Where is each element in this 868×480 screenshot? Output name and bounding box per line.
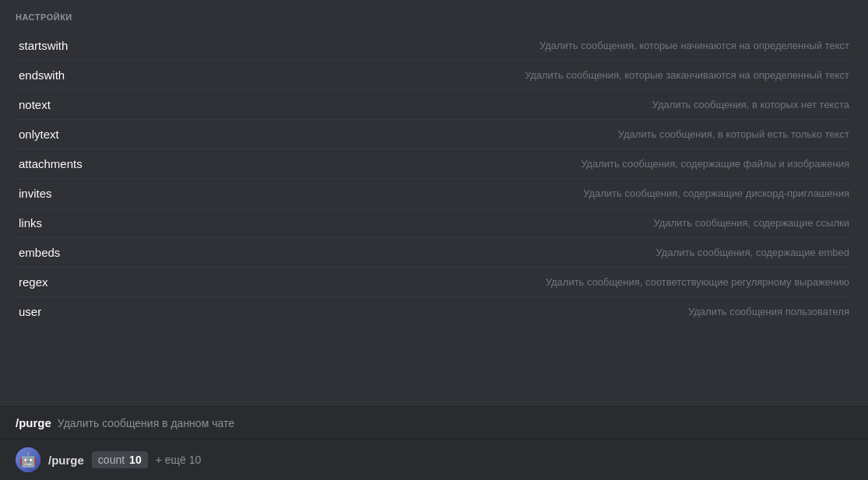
param-badge: count 10 [92, 451, 148, 468]
avatar-image: 🤖 [16, 447, 40, 472]
section-label: НАСТРОЙКИ [16, 12, 852, 22]
purge-command-label: /purge [16, 416, 51, 429]
command-description: Удалить сообщения, содержащие embed [656, 247, 849, 258]
command-description: Удалить сообщения пользователя [688, 306, 849, 317]
more-params-label: + ещё 10 [156, 454, 202, 466]
command-list: startswithУдалить сообщения, которые нач… [16, 31, 852, 326]
purge-description: Удалить сообщения в данном чате [58, 417, 234, 429]
command-row[interactable]: regexУдалить сообщения, соответствующие … [16, 268, 852, 297]
command-row[interactable]: onlytextУдалить сообщения, в который ест… [16, 120, 852, 149]
purge-bar: /purge Удалить сообщения в данном чате [0, 406, 868, 439]
param-value: 10 [129, 454, 142, 466]
command-description: Удалить сообщения, в который есть только… [618, 128, 849, 140]
command-name: startswith [19, 39, 68, 52]
command-name: endswith [19, 68, 65, 82]
command-description: Удалить сообщения, содержащие ссылки [653, 217, 849, 229]
settings-section: НАСТРОЙКИ startswithУдалить сообщения, к… [0, 0, 868, 406]
command-name: regex [19, 275, 48, 289]
command-name: user [19, 305, 41, 318]
command-name: attachments [19, 157, 83, 170]
command-row[interactable]: invitesУдалить сообщения, содержащие дис… [16, 179, 852, 208]
command-name: notext [19, 98, 51, 111]
bottom-bar: 🤖 /purge count 10 + ещё 10 [0, 439, 868, 480]
command-description: Удалить сообщения, содержащие дискорд-пр… [583, 187, 849, 199]
command-description: Удалить сообщения, содержащие файлы и из… [581, 158, 849, 170]
command-row[interactable]: attachmentsУдалить сообщения, содержащие… [16, 149, 852, 179]
command-name: embeds [19, 246, 60, 259]
command-row[interactable]: notextУдалить сообщения, в которых нет т… [16, 90, 852, 120]
param-key: count [98, 454, 125, 466]
bottom-command: /purge [48, 454, 84, 467]
command-row[interactable]: embedsУдалить сообщения, содержащие embe… [16, 238, 852, 268]
command-name: invites [19, 187, 52, 200]
main-container: НАСТРОЙКИ startswithУдалить сообщения, к… [0, 0, 868, 480]
command-row[interactable]: endswithУдалить сообщения, которые закан… [16, 61, 852, 90]
command-description: Удалить сообщения, соответствующие регул… [546, 276, 849, 288]
command-row[interactable]: linksУдалить сообщения, содержащие ссылк… [16, 208, 852, 238]
command-name: links [19, 216, 42, 229]
command-row[interactable]: startswithУдалить сообщения, которые нач… [16, 31, 852, 61]
command-name: onlytext [19, 128, 59, 141]
command-description: Удалить сообщения, в которых нет текста [652, 99, 849, 110]
avatar: 🤖 [16, 447, 40, 472]
command-description: Удалить сообщения, которые заканчиваются… [525, 69, 849, 81]
command-row[interactable]: userУдалить сообщения пользователя [16, 297, 852, 326]
command-description: Удалить сообщения, которые начинаются на… [539, 40, 849, 51]
